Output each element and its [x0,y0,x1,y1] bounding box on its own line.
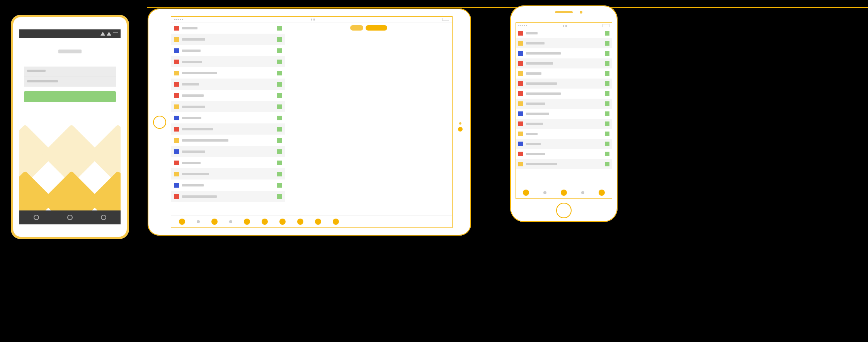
ipad-tab-bar [171,216,452,227]
list-item[interactable] [171,45,285,56]
list-item[interactable] [516,28,612,38]
list-item[interactable] [516,48,612,58]
list-item[interactable] [516,89,612,99]
master-list[interactable] [171,22,285,215]
list-item[interactable] [171,123,285,135]
list-item[interactable] [516,109,612,119]
item-label [182,128,213,130]
item-label [526,72,541,75]
color-tag-icon [174,104,179,109]
list-item[interactable] [171,157,285,168]
tab-separator [543,191,546,194]
item-label [182,195,217,198]
signin-button[interactable] [24,91,116,102]
status-indicator-icon [277,60,282,64]
item-label [526,32,538,34]
color-tag-icon [518,61,523,66]
tab-item[interactable] [599,190,605,196]
list-item[interactable] [171,90,285,101]
list-item[interactable] [171,34,285,45]
list-item[interactable] [171,101,285,112]
list-item[interactable] [171,112,285,123]
tab-item[interactable] [523,190,529,196]
list-item[interactable] [171,79,285,90]
status-indicator-icon [277,48,282,53]
item-label [526,163,557,165]
nav-recent-icon[interactable] [101,215,106,220]
tab-item[interactable] [333,219,339,225]
decorative-top-line [147,7,868,8]
list-item[interactable] [516,119,612,129]
item-label [526,52,561,55]
list-item[interactable] [516,159,612,169]
item-label [182,106,205,108]
list-item[interactable] [171,56,285,67]
item-label [526,62,553,65]
tab-item[interactable] [179,219,185,225]
color-tag-icon [518,142,523,146]
item-label [526,82,557,85]
tab-item[interactable] [244,219,250,225]
color-tag-icon [518,41,523,46]
iphone-list[interactable] [516,28,612,187]
list-item[interactable] [171,168,285,180]
speaker-icon [555,11,573,13]
segment-2-active[interactable] [366,25,387,31]
status-indicator-icon [605,81,609,86]
color-tag-icon [518,132,523,136]
list-item[interactable] [516,58,612,68]
list-item[interactable] [516,38,612,48]
item-label [526,123,543,125]
color-tag-icon [518,51,523,56]
item-label [182,184,204,186]
status-indicator-icon [277,82,282,87]
color-tag-icon [518,162,523,166]
item-label [526,133,538,135]
status-center [311,19,315,21]
list-item[interactable] [516,68,612,79]
list-item[interactable] [516,149,612,159]
tab-item[interactable] [279,219,286,225]
list-item[interactable] [171,146,285,157]
list-item[interactable] [171,67,285,79]
password-field[interactable] [24,77,116,87]
nav-home-icon[interactable] [67,215,73,220]
tab-item[interactable] [315,219,321,225]
tab-item[interactable] [561,190,567,196]
list-item[interactable] [516,99,612,109]
nav-back-icon[interactable] [34,215,39,220]
tab-item[interactable] [262,219,268,225]
item-label [526,103,545,105]
status-indicator-icon [277,93,282,98]
list-item[interactable] [171,22,285,34]
list-item[interactable] [516,139,612,149]
detail-segmented-control[interactable] [285,22,452,33]
item-label [182,27,197,29]
iphone-tab-bar [516,187,612,198]
battery-icon [602,24,609,27]
list-item[interactable] [171,180,285,191]
color-tag-icon [518,71,523,76]
list-item[interactable] [171,191,285,202]
item-label [182,162,201,164]
tab-separator [581,191,584,194]
status-indicator-icon [277,149,282,154]
item-label [526,42,545,44]
item-label [526,92,561,95]
list-item[interactable] [171,135,285,146]
username-field[interactable] [24,67,116,77]
segment-1[interactable] [350,25,363,31]
item-label [182,72,217,74]
iphone-earpiece [510,11,618,14]
list-item[interactable] [516,129,612,139]
tab-item[interactable] [211,219,218,225]
password-placeholder [27,80,58,82]
tab-item[interactable] [297,219,303,225]
status-indicator-icon [605,162,609,166]
status-indicator-icon [605,91,609,96]
item-label [182,94,204,97]
ipad-home-button[interactable] [153,116,166,129]
iphone-home-button[interactable] [556,203,572,218]
ipad-device-frame [148,9,471,236]
list-item[interactable] [516,79,612,89]
